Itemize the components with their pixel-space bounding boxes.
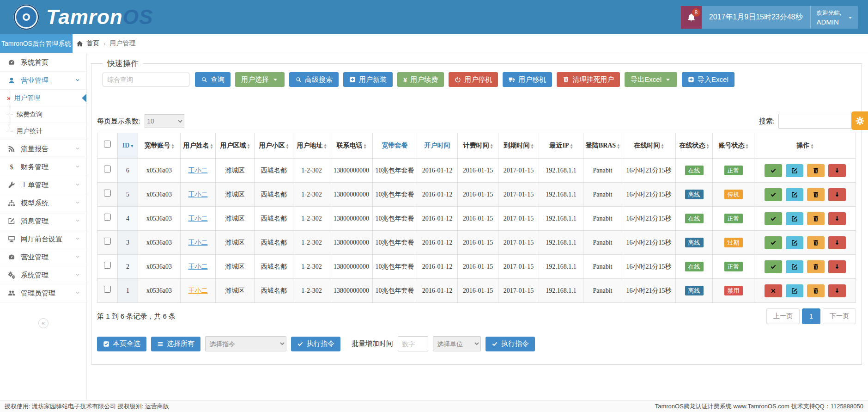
- sidebar-item-1[interactable]: 营业管理: [0, 72, 86, 90]
- col-header-15[interactable]: 账号状态▴▾: [713, 133, 754, 159]
- col-header-7[interactable]: 宽带套餐: [373, 133, 417, 159]
- notifications-button[interactable]: 8: [681, 6, 702, 29]
- user-name-link[interactable]: 王小二: [188, 167, 208, 174]
- edit-user-button[interactable]: [786, 260, 803, 273]
- quick-op-button-4[interactable]: ¥用户续费: [397, 72, 444, 87]
- combined-query-input[interactable]: [103, 73, 189, 86]
- delete-user-button[interactable]: [807, 188, 825, 201]
- quick-op-button-5[interactable]: 用户停机: [449, 72, 498, 87]
- user-menu[interactable]: 欢迎光临, ADMIN: [810, 6, 858, 29]
- button-label: 用户新装: [359, 75, 387, 84]
- col-header-5[interactable]: 用户地址▴▾: [293, 133, 330, 159]
- cell-phone: 13800000000: [330, 207, 373, 231]
- edit-user-button[interactable]: [786, 188, 803, 201]
- user-name-link[interactable]: 王小二: [188, 239, 208, 246]
- sidebar-item-3[interactable]: $财务管理: [0, 158, 86, 176]
- col-header-1[interactable]: 宽带账号▴▾: [138, 133, 181, 159]
- row-checkbox[interactable]: [104, 190, 111, 197]
- delete-user-button[interactable]: [807, 284, 825, 297]
- sidebar-subitem-1-1[interactable]: 续费查询: [0, 106, 86, 123]
- sidebar-item-5[interactable]: 模型系统: [0, 194, 86, 212]
- download-user-button[interactable]: [828, 236, 846, 249]
- row-checkbox[interactable]: [104, 214, 111, 221]
- row-checkbox[interactable]: [104, 286, 111, 293]
- col-header-16[interactable]: 操作▴▾: [754, 133, 856, 159]
- quick-op-button-3[interactable]: 用户新装: [343, 72, 393, 87]
- col-header-12[interactable]: 登陆BRAS▴▾: [583, 133, 622, 159]
- table-search-input[interactable]: [778, 114, 856, 129]
- sidebar-item-8[interactable]: 营业管理: [0, 248, 86, 266]
- row-checkbox[interactable]: [104, 166, 111, 172]
- delete-user-button[interactable]: [807, 164, 825, 177]
- user-name-link[interactable]: 王小二: [188, 287, 208, 294]
- sidebar-item-10[interactable]: 管理员管理: [0, 284, 86, 302]
- enable-user-button[interactable]: [765, 164, 782, 177]
- quick-op-button-1[interactable]: 用户选择: [235, 72, 285, 87]
- col-header-8[interactable]: 开户时间: [417, 133, 458, 159]
- edit-user-button[interactable]: [786, 164, 803, 177]
- delete-user-button[interactable]: [807, 236, 825, 249]
- col-header-10[interactable]: 到期时间▴▾: [498, 133, 539, 159]
- page-1-button[interactable]: 1: [802, 308, 820, 324]
- quick-op-button-6[interactable]: 用户移机: [503, 72, 552, 87]
- cell-open-date: 2016-01-12: [417, 183, 458, 207]
- sidebar-subitem-1-2[interactable]: 用户统计: [0, 123, 86, 140]
- quick-op-button-7[interactable]: 清理挂死用户: [557, 72, 620, 87]
- sidebar-item-9[interactable]: 系统管理: [0, 266, 86, 284]
- quick-op-button-8[interactable]: 导出Excel: [625, 72, 677, 87]
- download-user-button[interactable]: [828, 188, 846, 201]
- download-user-button[interactable]: [828, 212, 846, 225]
- settings-float-button[interactable]: [851, 111, 868, 130]
- enable-user-button[interactable]: [765, 236, 782, 249]
- delete-user-button[interactable]: [807, 212, 825, 225]
- sidebar-subitem-1-0[interactable]: »用户管理: [0, 90, 86, 106]
- select-all-button[interactable]: 选择所有: [151, 337, 200, 351]
- edit-user-button[interactable]: [786, 212, 803, 225]
- breadcrumb-home[interactable]: 首页: [86, 39, 99, 48]
- disable-user-button[interactable]: [765, 284, 782, 297]
- col-header-13[interactable]: 在线时间▴▾: [622, 133, 676, 159]
- sidebar-collapse-button[interactable]: «: [38, 318, 49, 328]
- download-user-button[interactable]: [828, 164, 846, 177]
- col-header-2[interactable]: 用户姓名▴▾: [181, 133, 216, 159]
- edit-user-button[interactable]: [786, 284, 803, 297]
- col-header-14[interactable]: 在线状态▴▾: [676, 133, 713, 159]
- edit-user-button[interactable]: [786, 236, 803, 249]
- prev-page-button[interactable]: 上一页: [766, 308, 800, 324]
- sidebar-item-4[interactable]: 工单管理: [0, 176, 86, 194]
- col-header-3[interactable]: 用户区域▴▾: [216, 133, 255, 159]
- sidebar-item-7[interactable]: 网厅前台设置: [0, 230, 86, 248]
- command-select[interactable]: 选择指令: [205, 336, 286, 351]
- select-page-button[interactable]: 本页全选: [97, 337, 146, 351]
- users-icon: [6, 289, 16, 297]
- download-user-button[interactable]: [828, 260, 846, 273]
- quick-op-button-0[interactable]: 查询: [195, 72, 231, 87]
- next-page-button[interactable]: 下一页: [823, 308, 856, 324]
- enable-user-button[interactable]: [765, 212, 782, 225]
- user-name-link[interactable]: 王小二: [188, 191, 208, 198]
- execute-command-button[interactable]: 执行指令: [291, 337, 340, 351]
- sidebar-item-6[interactable]: 消息管理: [0, 212, 86, 230]
- col-header-0[interactable]: ID▾: [118, 133, 138, 159]
- download-user-button[interactable]: [828, 284, 846, 297]
- unit-select[interactable]: 选择单位: [433, 336, 481, 351]
- quick-op-button-9[interactable]: 导入Excel: [682, 72, 734, 87]
- row-checkbox[interactable]: [104, 238, 111, 245]
- quick-op-button-2[interactable]: 高级搜索: [289, 72, 339, 87]
- col-header-11[interactable]: 最近IP▴▾: [539, 133, 583, 159]
- sidebar-item-0[interactable]: 系统首页: [0, 54, 86, 72]
- batch-number-input[interactable]: [398, 336, 428, 351]
- sidebar-item-2[interactable]: 流量报告: [0, 140, 86, 158]
- enable-user-button[interactable]: [765, 260, 782, 273]
- col-header-9[interactable]: 计费时间▴▾: [458, 133, 498, 159]
- select-all-checkbox[interactable]: [104, 141, 111, 148]
- col-header-6[interactable]: 联系电话▴▾: [330, 133, 373, 159]
- per-page-select[interactable]: 10: [145, 114, 184, 128]
- delete-user-button[interactable]: [807, 260, 825, 273]
- enable-user-button[interactable]: [765, 188, 782, 201]
- col-header-4[interactable]: 用户小区▴▾: [255, 133, 293, 159]
- row-checkbox[interactable]: [104, 262, 111, 269]
- user-name-link[interactable]: 王小二: [188, 263, 208, 270]
- user-name-link[interactable]: 王小二: [188, 215, 208, 222]
- execute-time-button[interactable]: 执行指令: [486, 337, 535, 351]
